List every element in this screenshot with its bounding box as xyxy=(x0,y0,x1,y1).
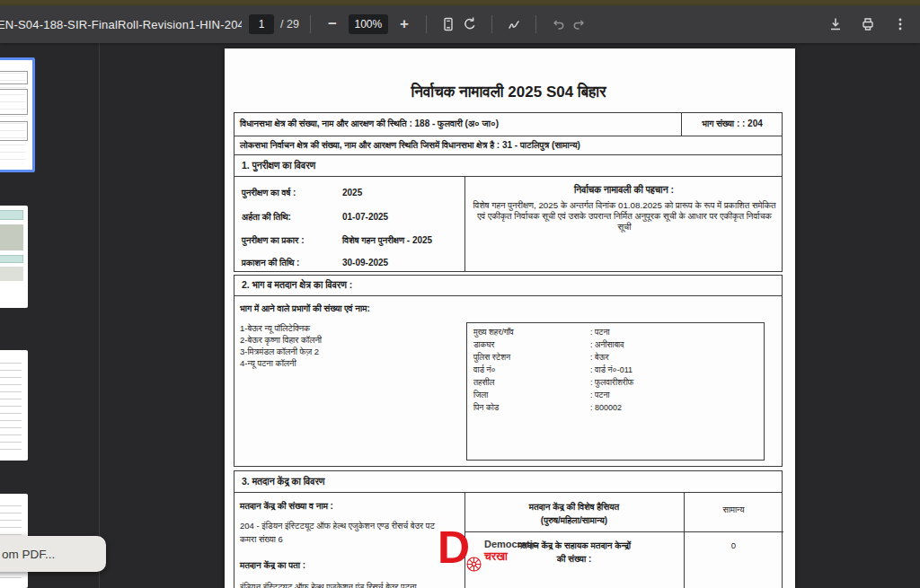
annotate-button[interactable] xyxy=(503,13,525,36)
thumbnail-page-2[interactable] xyxy=(0,206,28,308)
zoom-in-button[interactable]: + xyxy=(394,13,415,36)
division-item: 4-न्यू पटना कॉलनी xyxy=(240,358,296,369)
info-value: : अनीसाबाद xyxy=(590,340,624,350)
divisions-subheading: भाग में आने वाले प्रभागों की संख्या एवं … xyxy=(240,303,370,315)
section2-body: भाग में आने वाले प्रभागों की संख्या एवं … xyxy=(234,295,783,467)
thumbnail-sidebar xyxy=(0,43,100,588)
pdf-toast: om PDF... xyxy=(0,536,106,572)
header-row-1: विधानसभा क्षेत्र की संख्या, नाम और आरक्ष… xyxy=(234,112,783,136)
more-options-icon xyxy=(892,16,908,32)
section2-heading: 2. भाग व मतदान क्षेत्र का विवरण : xyxy=(234,275,783,296)
assembly-constituency-text: विधानसभा क्षेत्र की संख्या, नाम और आरक्ष… xyxy=(240,118,676,130)
more-options-button[interactable] xyxy=(889,13,911,36)
info-value: : 800002 xyxy=(590,403,622,413)
zoom-out-button[interactable]: − xyxy=(322,13,343,36)
station-status-header-2: (पुरुष/महिला/सामान्य) xyxy=(464,515,684,527)
pdf-toolbar: EN-S04-188-SIR-FinalRoll-Revision1-HIN-2… xyxy=(0,5,920,43)
section3-heading: 3. मतदान केंद्र का विवरण xyxy=(234,470,783,493)
field-label: पुनरीक्षण का वर्ष : xyxy=(242,188,296,199)
roll-identity-heading: निर्वाचक नामावली की पहचान : xyxy=(464,184,783,196)
download-icon xyxy=(827,16,844,32)
field-label: अर्हता की तिथि: xyxy=(242,212,291,224)
toolbar-divider xyxy=(535,15,536,33)
info-value: : वार्ड नं०-011 xyxy=(590,365,632,375)
toolbar-divider xyxy=(426,15,427,33)
field-label: पुनरीक्षण का प्रकार : xyxy=(242,235,305,247)
page-total-label: / 29 xyxy=(280,18,299,31)
info-label: पुलिस स्टेशन xyxy=(473,353,510,363)
print-icon xyxy=(860,16,876,32)
station-status-header-1: मतदान केंद्र की विशेष हैसियत xyxy=(464,502,684,513)
section1-heading: 1. पुनरीक्षण का विवरण xyxy=(234,154,783,177)
field-value: 30-09-2025 xyxy=(342,258,388,269)
toolbar-divider xyxy=(310,15,311,33)
zoom-level-display[interactable]: 100% xyxy=(349,14,388,34)
info-value: : बेऊर xyxy=(590,353,609,363)
document-title: निर्वाचक नामावली 2025 S04 बिहार xyxy=(225,83,792,101)
annotate-pen-icon xyxy=(506,16,522,32)
undo-icon xyxy=(550,16,566,32)
aux-stations-value: 0 xyxy=(684,540,783,551)
toolbar-right-cluster xyxy=(825,13,911,36)
download-button[interactable] xyxy=(825,13,846,36)
charkha-wheel-icon xyxy=(465,556,482,577)
station-number-label: मतदान केंद्र की संख्या व नाम : xyxy=(240,501,333,513)
rotate-icon xyxy=(462,16,478,32)
part-number-text: भाग संख्या : : 204 xyxy=(681,118,783,130)
info-label: तहसील xyxy=(473,378,494,388)
toast-text: om PDF... xyxy=(2,548,55,561)
info-value: : पटना xyxy=(590,328,610,338)
header-row-2: लोकसभा निर्वाचन क्षेत्र की संख्या, नाम औ… xyxy=(234,136,783,155)
pdf-page: निर्वाचक नामावली 2025 S04 बिहार विधानसभा… xyxy=(225,48,795,588)
field-value: विशेष गहन पुनरीक्षण - 2025 xyxy=(342,235,432,247)
field-value: 01-07-2025 xyxy=(342,212,388,224)
rotate-button[interactable] xyxy=(459,13,481,36)
undo-button[interactable] xyxy=(547,13,569,36)
info-label: मुख्य शहर/गाँव xyxy=(473,328,514,338)
division-item: 2-बेऊर कृष्णा विहार कॉलनी xyxy=(240,335,322,346)
info-label: पिन कोड xyxy=(473,403,499,413)
row-divider xyxy=(464,531,783,532)
station-address-value: इंडियन इंस्टिट्यूट ऑफ हेल्थ एजुकेशन एंड … xyxy=(240,582,461,588)
redo-button[interactable] xyxy=(569,13,590,36)
station-address-label: मतदान केंद्र का पता : xyxy=(240,560,305,572)
section1-body: पुनरीक्षण का वर्ष : 2025 अर्हता की तिथि:… xyxy=(234,176,783,272)
division-item: 3-मित्रमंडल कॉलनी फेज़ 2 xyxy=(240,347,319,357)
station-number-value: 204 - इंडियन इंस्टिट्यूट ऑफ हेल्थ एजुकेश… xyxy=(240,521,461,531)
thumbnail-page-3[interactable] xyxy=(0,350,28,461)
page-number-input[interactable]: 1 xyxy=(249,14,274,34)
info-value: : पटना xyxy=(590,391,610,400)
viewer-area: om PDF... निर्वाचक नामावली 2025 S04 बिहा… xyxy=(0,43,920,588)
watermark-text-2: चरखा xyxy=(484,550,508,565)
loksabha-constituency-text: लोकसभा निर्वाचन क्षेत्र की संख्या, नाम औ… xyxy=(240,140,779,152)
fit-to-page-button[interactable] xyxy=(438,13,459,36)
info-value: : फुलवारीशरीफ xyxy=(590,378,633,388)
field-value: 2025 xyxy=(342,188,362,199)
division-item: 1-बेऊर न्यू पॉलिटेक्निक xyxy=(240,323,310,334)
fit-to-page-icon xyxy=(440,16,456,32)
print-button[interactable] xyxy=(857,13,879,36)
station-status-value: सामान्य xyxy=(684,505,783,515)
station-room-value: कमरा संख्या 6 xyxy=(240,534,283,545)
thumbnail-page-1[interactable] xyxy=(0,57,35,172)
roll-identity-text: विशेष गहन पुनरीक्षण, 2025 के अन्तर्गत दि… xyxy=(470,200,779,233)
locality-info-box: मुख्य शहर/गाँव : पटना डाकघर : अनीसाबाद प… xyxy=(466,322,765,461)
info-label: जिला xyxy=(473,391,488,400)
info-label: वार्ड नं० xyxy=(473,365,496,375)
watermark-text-1: Democratic xyxy=(484,539,538,551)
toolbar-divider xyxy=(491,15,492,33)
field-label: प्रकाशन की तिथि : xyxy=(242,258,299,269)
document-filename: EN-S04-188-SIR-FinalRoll-Revision1-HIN-2… xyxy=(0,18,242,31)
pdf-viewer-window: EN-S04-188-SIR-FinalRoll-Revision1-HIN-2… xyxy=(0,0,920,588)
page-number-value: 1 xyxy=(259,18,265,31)
redo-icon xyxy=(571,16,588,32)
info-label: डाकघर xyxy=(473,340,495,350)
